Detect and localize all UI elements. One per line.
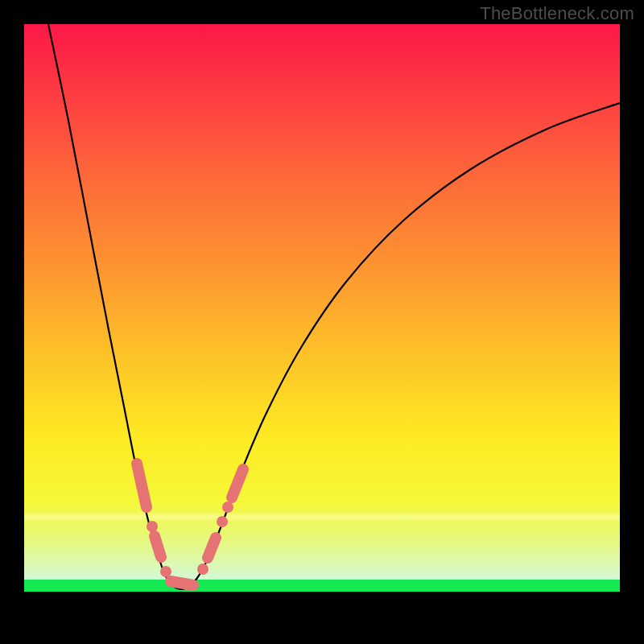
marker-capsule <box>208 538 216 558</box>
marker-capsule <box>137 464 147 507</box>
marker-capsule <box>171 581 193 585</box>
watermark-text: TheBottleneck.com <box>480 3 634 24</box>
data-markers <box>137 464 243 585</box>
chart-frame <box>24 24 620 620</box>
marker-point <box>197 564 208 575</box>
marker-point <box>222 502 233 513</box>
marker-point <box>160 566 171 577</box>
chart-svg <box>24 24 620 620</box>
marker-capsule <box>155 536 161 557</box>
marker-point <box>217 516 228 527</box>
bottleneck-curve <box>48 24 620 589</box>
marker-point <box>147 521 158 532</box>
marker-capsule <box>232 469 243 497</box>
